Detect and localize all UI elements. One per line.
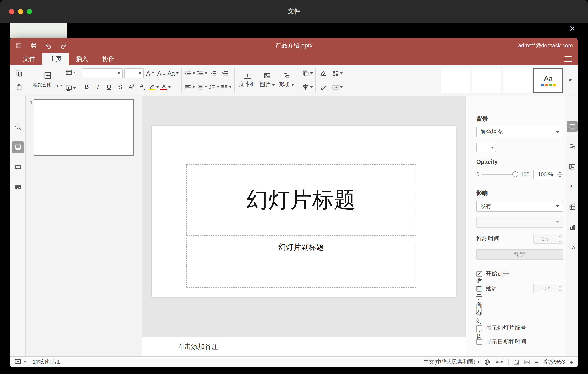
effect-select[interactable]: 没有 <box>476 201 563 212</box>
fit-slide-icon[interactable] <box>513 359 520 365</box>
increase-indent-button[interactable] <box>220 68 230 79</box>
slider-knob[interactable] <box>513 171 518 177</box>
image-settings-icon[interactable] <box>567 162 578 172</box>
paste-button[interactable] <box>14 81 24 93</box>
highlight-color-button[interactable] <box>149 81 159 93</box>
apply-to-all-slides-button[interactable]: 适用于所有幻灯片 <box>476 303 482 315</box>
line-spacing-button[interactable] <box>209 81 219 93</box>
slide-editing-area[interactable]: 幻灯片标题 幻灯片副标题 <box>142 96 466 337</box>
fit-width-icon[interactable] <box>524 359 531 365</box>
spinner-up[interactable] <box>557 170 563 174</box>
effect-label: 影响 <box>476 189 563 197</box>
background-label: 背景 <box>476 115 563 123</box>
clear-style-button[interactable] <box>318 68 328 79</box>
color-scheme-button[interactable] <box>332 68 343 79</box>
zoom-in-button[interactable]: + <box>570 359 574 365</box>
textbox-icon: T <box>243 73 251 78</box>
minimize-window-button[interactable] <box>18 9 23 14</box>
slides-panel-icon[interactable] <box>12 141 23 153</box>
zoom-out-button[interactable]: − <box>535 359 539 365</box>
copy-button[interactable] <box>14 68 24 79</box>
notes-area[interactable]: 单击添加备注 <box>142 337 466 356</box>
chevron-down-icon[interactable] <box>24 361 26 363</box>
table-settings-icon[interactable] <box>567 202 578 212</box>
start-slideshow-icon[interactable] <box>14 358 21 365</box>
theme-option[interactable] <box>503 68 532 93</box>
start-on-click-checkbox[interactable]: ✓ <box>476 271 482 277</box>
toolbar-expand-button[interactable] <box>565 66 576 94</box>
change-case-button[interactable]: Aa <box>168 68 178 79</box>
font-color-button[interactable]: A <box>160 81 171 93</box>
slide-canvas[interactable]: 幻灯片标题 幻灯片副标题 <box>152 126 456 297</box>
italic-button[interactable]: I <box>93 81 103 93</box>
document-language-icon[interactable] <box>484 359 491 365</box>
chart-settings-icon[interactable] <box>567 222 578 233</box>
color-scheme-group <box>330 66 344 94</box>
presentation-editor-window: 产品介绍.pptx adm***@dootask.com 文件 主页 插入 协作 <box>10 38 578 367</box>
title-placeholder[interactable]: 幻灯片标题 <box>186 164 416 236</box>
print-icon[interactable] <box>30 42 38 49</box>
underline-button[interactable]: U <box>104 81 114 93</box>
tab-file[interactable]: 文件 <box>16 53 42 65</box>
insert-textbox-button[interactable]: T 文本框 <box>237 67 258 94</box>
menu-icon[interactable] <box>564 56 572 62</box>
add-slide-button[interactable]: 添加幻灯片 <box>30 67 65 94</box>
ribbon-tabs: 文件 主页 插入 协作 <box>10 53 578 65</box>
feedback-icon[interactable] <box>12 182 23 193</box>
spinner-down[interactable] <box>557 174 563 179</box>
zoom-window-button[interactable] <box>27 9 32 14</box>
vertical-align-button[interactable] <box>196 81 207 93</box>
tab-collaboration[interactable]: 协作 <box>95 53 122 65</box>
comments-icon[interactable] <box>12 162 23 173</box>
theme-option[interactable] <box>472 68 501 93</box>
theme-option[interactable] <box>441 68 471 93</box>
superscript-button[interactable]: A2 <box>126 81 136 93</box>
save-icon[interactable] <box>15 42 22 49</box>
tab-home[interactable]: 主页 <box>42 53 69 65</box>
horizontal-align-button[interactable] <box>184 81 195 93</box>
paragraph-settings-icon[interactable]: ¶ <box>567 182 578 192</box>
slides-group: 添加幻灯片 <box>28 66 78 94</box>
close-window-button[interactable] <box>9 9 14 14</box>
increase-font-size-button[interactable]: A <box>145 68 155 79</box>
decrease-font-size-button[interactable]: A <box>156 68 166 79</box>
align-shapes-button[interactable] <box>302 81 313 93</box>
show-date-checkbox[interactable] <box>476 339 482 345</box>
tab-insert[interactable]: 插入 <box>69 53 95 65</box>
opacity-slider[interactable] <box>482 171 518 178</box>
spellcheck-icon[interactable]: ABC <box>495 359 505 365</box>
font-name-combo[interactable] <box>82 69 123 78</box>
shape-settings-icon[interactable] <box>567 141 578 152</box>
strikethrough-button[interactable]: S <box>115 81 125 93</box>
insert-image-button[interactable]: 图片 <box>258 67 277 94</box>
subscript-button[interactable]: A2 <box>138 81 147 93</box>
copy-style-button[interactable] <box>318 81 328 93</box>
columns-button[interactable] <box>220 81 231 93</box>
close-icon[interactable]: ✕ <box>569 25 576 33</box>
decrease-indent-button[interactable] <box>209 68 218 79</box>
bullet-list-button[interactable] <box>184 68 195 79</box>
traffic-lights <box>9 9 32 14</box>
screen: 文件 ✕ <box>0 0 588 374</box>
font-size-combo[interactable] <box>124 69 144 78</box>
show-slide-number-checkbox[interactable] <box>476 325 482 331</box>
textart-settings-icon[interactable]: Ta <box>567 242 578 253</box>
background-color-picker[interactable] <box>476 143 496 152</box>
redo-icon[interactable] <box>60 42 67 49</box>
background-fill-select[interactable]: 颜色填充 <box>476 127 563 137</box>
slide-thumbnail[interactable] <box>33 99 134 156</box>
change-layout-button[interactable] <box>65 67 76 78</box>
insert-shape-button[interactable]: 形状 <box>277 67 296 94</box>
theme-option-selected[interactable]: Aa <box>534 68 563 93</box>
language-selector[interactable]: 中文(中华人民共和国) <box>424 358 480 366</box>
slide-settings-icon[interactable] <box>567 121 578 132</box>
subtitle-placeholder[interactable]: 幻灯片副标题 <box>186 238 416 288</box>
arrange-shapes-button[interactable] <box>302 68 313 79</box>
search-icon[interactable] <box>12 121 23 133</box>
start-slideshow-button[interactable] <box>65 82 76 94</box>
numbered-list-button[interactable] <box>196 68 207 79</box>
bold-button[interactable]: B <box>82 81 92 93</box>
opacity-spinner[interactable]: 100 % <box>534 170 563 179</box>
slide-size-button[interactable] <box>332 81 343 93</box>
undo-icon[interactable] <box>45 42 52 49</box>
